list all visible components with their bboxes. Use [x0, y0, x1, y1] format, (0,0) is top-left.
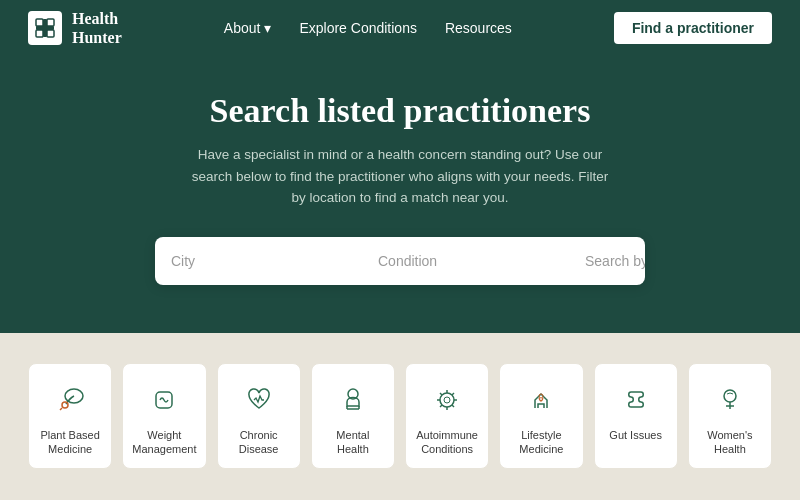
svg-line-22 — [452, 393, 454, 395]
svg-rect-3 — [47, 19, 54, 26]
categories-section: Plant Based Medicine Weight Management C… — [0, 333, 800, 490]
category-label: Weight Management — [131, 428, 197, 457]
hero-title: Search listed practitioners — [20, 92, 780, 130]
category-label: Mental Health — [320, 428, 386, 457]
condition-input[interactable] — [362, 237, 569, 285]
navbar: Health Hunter About ▾ Explore Conditions… — [0, 0, 800, 56]
category-label: Plant Based Medicine — [37, 428, 103, 457]
category-womens-health[interactable]: Women's Health — [688, 363, 772, 470]
svg-rect-4 — [36, 30, 43, 37]
nav-links: About ▾ Explore Conditions Resources — [224, 20, 512, 36]
nav-resources[interactable]: Resources — [445, 20, 512, 36]
find-practitioner-button[interactable]: Find a practitioner — [614, 12, 772, 44]
category-weight-management[interactable]: Weight Management — [122, 363, 206, 470]
category-label: Chronic Disease — [226, 428, 292, 457]
category-label: Lifestyle Medicine — [508, 428, 574, 457]
category-lifestyle[interactable]: Lifestyle Medicine — [499, 363, 583, 470]
hero-section: Search listed practitioners Have a speci… — [0, 56, 800, 333]
svg-line-20 — [440, 393, 442, 395]
category-plant-based[interactable]: Plant Based Medicine — [28, 363, 112, 470]
logo: Health Hunter — [28, 9, 122, 47]
svg-point-7 — [62, 402, 68, 408]
women-icon — [710, 380, 750, 420]
svg-point-15 — [444, 397, 450, 403]
lifestyle-icon — [521, 380, 561, 420]
category-mental-health[interactable]: Mental Health — [311, 363, 395, 470]
category-label: Autoimmune Conditions — [414, 428, 480, 457]
nav-explore-conditions[interactable]: Explore Conditions — [299, 20, 417, 36]
category-autoimmune[interactable]: Autoimmune Conditions — [405, 363, 489, 470]
category-gut-issues[interactable]: Gut Issues — [594, 363, 678, 470]
name-input[interactable] — [569, 237, 645, 285]
svg-rect-5 — [47, 30, 54, 37]
search-bar: Search — [155, 237, 645, 285]
svg-line-23 — [440, 405, 442, 407]
hero-subtitle: Have a specialist in mind or a health co… — [190, 144, 610, 209]
nav-about[interactable]: About ▾ — [224, 20, 272, 36]
category-chronic-disease[interactable]: Chronic Disease — [217, 363, 301, 470]
logo-icon — [28, 11, 62, 45]
svg-point-25 — [724, 390, 736, 402]
svg-line-8 — [60, 408, 62, 410]
autoimmune-icon — [427, 380, 467, 420]
logo-text: Health Hunter — [72, 9, 122, 47]
scale-icon — [144, 380, 184, 420]
category-label: Women's Health — [697, 428, 763, 457]
city-input[interactable] — [155, 237, 362, 285]
svg-point-14 — [440, 393, 454, 407]
gut-icon — [616, 380, 656, 420]
head-icon — [333, 380, 373, 420]
chevron-down-icon: ▾ — [264, 20, 271, 36]
heart-icon — [239, 380, 279, 420]
category-label: Gut Issues — [609, 428, 662, 442]
svg-line-21 — [452, 405, 454, 407]
leaf-icon — [50, 380, 90, 420]
svg-rect-2 — [36, 19, 43, 26]
